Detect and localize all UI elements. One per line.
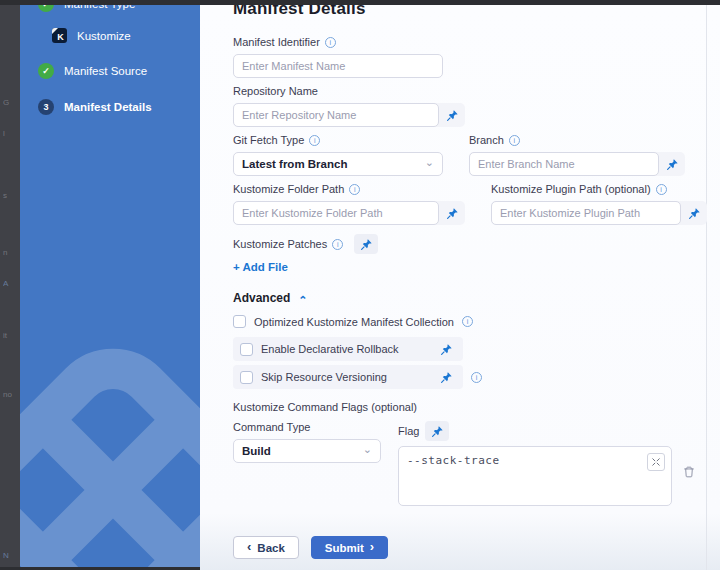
- check-circle-icon: ✓: [38, 63, 54, 79]
- runtime-input-pin-icon[interactable]: [659, 152, 685, 176]
- harness-logo-watermark: [20, 335, 200, 567]
- chevron-left-icon: ‹: [247, 539, 251, 554]
- git-fetch-type-label: Git Fetch Type i: [233, 134, 443, 146]
- sidebar-step-manifest-source[interactable]: ✓ Manifest Source: [20, 63, 200, 79]
- field-repository-name: Repository Name: [233, 85, 720, 127]
- backdrop-text-fragment: s: [3, 191, 7, 200]
- backdrop-text-fragment: A: [3, 279, 8, 288]
- field-command-type: Command Type Build ⌄: [233, 421, 381, 506]
- runtime-input-pin-icon[interactable]: [436, 371, 456, 384]
- step-label: Kustomize: [77, 30, 131, 42]
- selected-value: Build: [242, 445, 271, 457]
- label-text: Kustomize Patches: [233, 238, 327, 250]
- checkbox-label: Enable Declarative Rollback: [261, 343, 399, 355]
- kustomize-letter: K: [57, 32, 64, 42]
- sidebar-step-kustomize[interactable]: K Kustomize: [20, 28, 200, 43]
- checkbox-label: Skip Resource Versioning: [261, 371, 387, 383]
- runtime-input-pin-icon[interactable]: [439, 201, 465, 225]
- chevron-down-icon: ⌄: [425, 157, 434, 168]
- optimized-collection-checkbox[interactable]: [233, 315, 246, 328]
- selected-value: Latest from Branch: [242, 158, 347, 170]
- info-icon[interactable]: i: [325, 37, 336, 48]
- runtime-input-pin-icon[interactable]: [425, 421, 449, 441]
- optimized-collection-row: Optimized Kustomize Manifest Collection …: [233, 315, 720, 328]
- backdrop-text-fragment: G: [3, 98, 9, 107]
- advanced-label: Advanced: [233, 291, 290, 305]
- info-icon[interactable]: i: [309, 135, 320, 146]
- label-text: Kustomize Folder Path: [233, 183, 344, 195]
- info-icon[interactable]: i: [509, 135, 520, 146]
- manifest-identifier-label: Manifest Identifier i: [233, 36, 720, 48]
- branch-label: Branch i: [469, 134, 685, 146]
- chevron-down-icon: ⌄: [363, 444, 372, 455]
- runtime-input-pin-icon[interactable]: [354, 234, 378, 254]
- kustomize-plugin-path-label: Kustomize Plugin Path (optional) i: [491, 183, 707, 195]
- check-circle-icon: ✓: [38, 5, 54, 12]
- git-fetch-type-select[interactable]: Latest from Branch ⌄: [233, 152, 443, 176]
- stepper-sidebar: ✓ Manifest Type K Kustomize ✓ Manifest S…: [20, 5, 200, 567]
- field-kustomize-patches: Kustomize Patches i + Add File: [233, 234, 720, 273]
- field-kustomize-folder-path: Kustomize Folder Path i: [233, 183, 465, 225]
- branch-input[interactable]: [469, 152, 659, 176]
- label-text: Command Type: [233, 421, 310, 433]
- flag-label: Flag: [398, 425, 419, 437]
- command-type-label: Command Type: [233, 421, 381, 433]
- flag-textarea[interactable]: --stack-trace: [398, 446, 672, 506]
- advanced-section-toggle[interactable]: Advanced ⌃: [233, 291, 308, 305]
- page-title: Manifest Details: [233, 5, 720, 19]
- backdrop-text-fragment: n: [3, 248, 7, 257]
- skip-versioning-checkbox[interactable]: [240, 371, 253, 384]
- label-text: Git Fetch Type: [233, 134, 304, 146]
- field-manifest-identifier: Manifest Identifier i: [233, 36, 720, 78]
- kustomize-patches-label: Kustomize Patches i: [233, 234, 720, 254]
- step-number-icon: 3: [38, 99, 54, 115]
- submit-button-label: Submit: [325, 542, 364, 554]
- declarative-rollback-row: Enable Declarative Rollback: [233, 337, 463, 361]
- submit-button[interactable]: Submit ›: [311, 536, 388, 559]
- step-label: Manifest Type: [64, 5, 135, 10]
- skip-versioning-row: Skip Resource Versioning: [233, 365, 463, 389]
- kustomize-folder-path-input[interactable]: [233, 201, 439, 225]
- manifest-identifier-input[interactable]: [233, 54, 443, 78]
- step-label: Manifest Source: [64, 65, 147, 77]
- label-text: Repository Name: [233, 85, 318, 97]
- runtime-input-pin-icon[interactable]: [436, 343, 456, 356]
- label-text: Kustomize Plugin Path (optional): [491, 183, 651, 195]
- sidebar-step-manifest-details[interactable]: 3 Manifest Details: [20, 99, 200, 115]
- chevron-up-icon: ⌃: [298, 294, 307, 307]
- flag-value: --stack-trace: [407, 454, 500, 467]
- back-button[interactable]: ‹ Back: [233, 536, 299, 559]
- step-label: Manifest Details: [64, 101, 152, 113]
- field-kustomize-plugin-path: Kustomize Plugin Path (optional) i: [491, 183, 707, 225]
- info-icon[interactable]: i: [349, 184, 360, 195]
- repository-name-label: Repository Name: [233, 85, 720, 97]
- info-icon[interactable]: i: [656, 184, 667, 195]
- dimmed-page-top-strip: [0, 0, 720, 5]
- command-flags-section-label: Kustomize Command Flags (optional): [233, 401, 720, 413]
- kustomize-icon: K: [52, 28, 67, 43]
- runtime-input-pin-icon[interactable]: [681, 201, 707, 225]
- checkbox-label: Optimized Kustomize Manifest Collection: [254, 316, 454, 328]
- add-file-button[interactable]: + Add File: [233, 261, 288, 273]
- info-icon[interactable]: i: [471, 372, 482, 383]
- declarative-rollback-checkbox[interactable]: [240, 343, 253, 356]
- dimmed-page-left-strip: G l s n A it no N: [0, 0, 20, 570]
- repository-name-input[interactable]: [233, 103, 439, 127]
- info-icon[interactable]: i: [332, 239, 343, 250]
- backdrop-text-fragment: l: [3, 129, 5, 138]
- manifest-details-panel: Manifest Details Manifest Identifier i R…: [200, 5, 720, 570]
- chevron-right-icon: ›: [370, 539, 374, 554]
- delete-flag-icon[interactable]: [682, 465, 696, 506]
- backdrop-text-fragment: no: [3, 390, 12, 399]
- info-icon[interactable]: i: [462, 316, 473, 327]
- expand-editor-icon[interactable]: [647, 453, 665, 471]
- label-text: Flag: [398, 425, 419, 437]
- kustomize-plugin-path-input[interactable]: [491, 201, 681, 225]
- sidebar-step-manifest-type[interactable]: ✓ Manifest Type: [20, 5, 200, 12]
- field-branch: Branch i: [469, 134, 685, 176]
- field-flag: Flag --stack-trace: [398, 421, 696, 506]
- runtime-input-pin-icon[interactable]: [439, 103, 465, 127]
- command-type-select[interactable]: Build ⌄: [233, 439, 381, 463]
- kustomize-folder-path-label: Kustomize Folder Path i: [233, 183, 465, 195]
- backdrop-text-fragment: N: [3, 551, 9, 560]
